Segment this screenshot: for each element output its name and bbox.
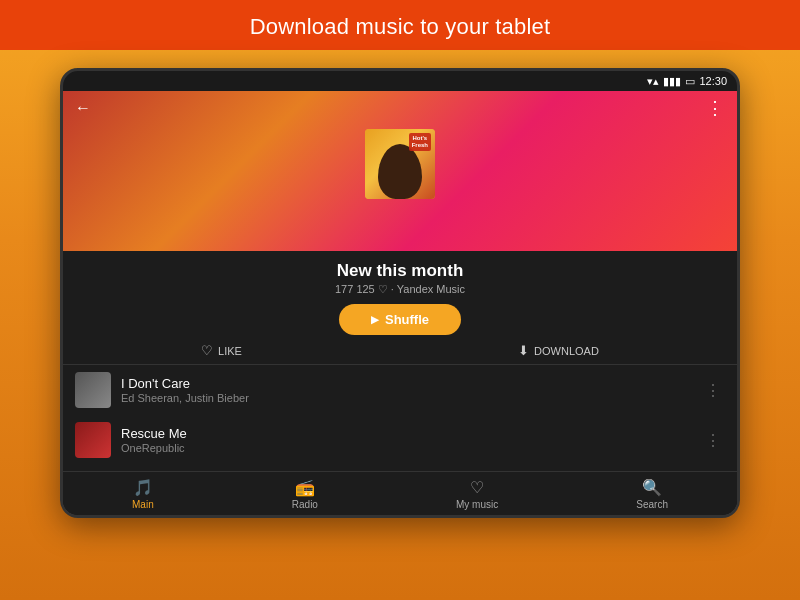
status-bar: ▾▴ ▮▮▮ ▭ 12:30 — [63, 71, 737, 91]
track-info: Rescue Me OneRepublic — [121, 426, 691, 454]
track-thumbnail — [75, 372, 111, 408]
signal-icon: ▮▮▮ — [663, 75, 681, 88]
track-artist: Ed Sheeran, Justin Bieber — [121, 392, 691, 404]
hot-fresh-badge: Hot's Fresh — [409, 133, 431, 151]
header-nav: ← ⋮ — [63, 91, 737, 125]
nav-main-label: Main — [132, 499, 154, 510]
action-bar: ♡ LIKE ⬇ DOWNLOAD — [63, 335, 737, 365]
status-icons: ▾▴ ▮▮▮ ▭ 12:30 — [647, 75, 727, 88]
search-nav-icon: 🔍 — [642, 478, 662, 497]
shuffle-button[interactable]: ▶ Shuffle — [339, 304, 461, 335]
track-more-button[interactable]: ⋮ — [701, 427, 725, 454]
side-button — [60, 231, 61, 261]
nav-item-my-music[interactable]: ♡ My music — [456, 478, 498, 510]
track-name: I Don't Care — [121, 376, 691, 391]
top-banner: Download music to your tablet — [0, 0, 800, 50]
track-list: I Don't Care Ed Sheeran, Justin Bieber ⋮… — [63, 365, 737, 471]
main-nav-icon: 🎵 — [133, 478, 153, 497]
track-info: I Don't Care Ed Sheeran, Justin Bieber — [121, 376, 691, 404]
download-icon: ⬇ — [518, 343, 529, 358]
banner-title: Download music to your tablet — [0, 14, 800, 40]
bottom-nav: 🎵 Main 📻 Radio ♡ My music 🔍 Search — [63, 471, 737, 515]
download-button[interactable]: ⬇ DOWNLOAD — [518, 343, 599, 358]
heart-icon: ♡ — [201, 343, 213, 358]
album-art-inner: Hot's Fresh — [365, 129, 435, 199]
playlist-info: New this month 177 125 ♡ · Yandex Music … — [63, 251, 737, 365]
wifi-icon: ▾▴ — [647, 75, 659, 88]
time-display: 12:30 — [699, 75, 727, 87]
nav-radio-label: Radio — [292, 499, 318, 510]
playlist-meta: 177 125 ♡ · Yandex Music — [335, 283, 465, 296]
mymusic-nav-icon: ♡ — [470, 478, 484, 497]
battery-icon: ▭ — [685, 75, 695, 88]
nav-item-search[interactable]: 🔍 Search — [636, 478, 668, 510]
track-thumbnail — [75, 422, 111, 458]
track-item[interactable]: I Don't Care Ed Sheeran, Justin Bieber ⋮ — [63, 365, 737, 415]
tablet-device: ▾▴ ▮▮▮ ▭ 12:30 ← ⋮ Hot's Fresh — [60, 68, 740, 518]
like-button[interactable]: ♡ LIKE — [201, 343, 242, 358]
album-figure-body — [378, 144, 422, 199]
download-label: DOWNLOAD — [534, 345, 599, 357]
more-button[interactable]: ⋮ — [706, 97, 725, 119]
album-art: Hot's Fresh — [365, 129, 435, 199]
app-content: ← ⋮ Hot's Fresh New this month 177 125 ♡… — [63, 91, 737, 515]
track-artist: OneRepublic — [121, 442, 691, 454]
like-label: LIKE — [218, 345, 242, 357]
header-area: ← ⋮ Hot's Fresh — [63, 91, 737, 251]
nav-item-main[interactable]: 🎵 Main — [132, 478, 154, 510]
nav-item-radio[interactable]: 📻 Radio — [292, 478, 318, 510]
nav-mymusic-label: My music — [456, 499, 498, 510]
radio-nav-icon: 📻 — [295, 478, 315, 497]
nav-search-label: Search — [636, 499, 668, 510]
playlist-title: New this month — [337, 261, 464, 281]
back-button[interactable]: ← — [75, 99, 91, 117]
track-name: Rescue Me — [121, 426, 691, 441]
play-icon: ▶ — [371, 314, 379, 325]
track-more-button[interactable]: ⋮ — [701, 377, 725, 404]
track-item[interactable]: Rescue Me OneRepublic ⋮ — [63, 415, 737, 465]
track-item[interactable]: Never Really Over Katy Perry ⋮ — [63, 465, 737, 471]
shuffle-label: Shuffle — [385, 312, 429, 327]
